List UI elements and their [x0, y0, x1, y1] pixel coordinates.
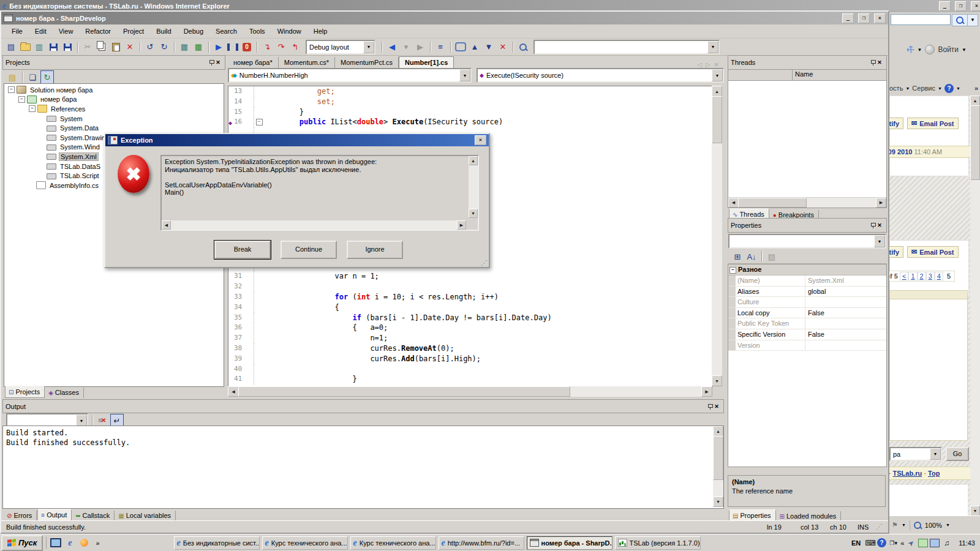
ie-close-button[interactable]: ✕ [971, 1, 980, 11]
resize-grip[interactable]: ⋰ [876, 523, 883, 531]
language-indicator[interactable]: EN [849, 539, 863, 547]
taskbar-button-tslab-версия-1-1-7-0-[interactable]: TSLab (версия 1.1.7.0) ... [615, 536, 701, 550]
taskbar-button-курс-технического-ана-[interactable]: eКурс технического ана... [262, 536, 348, 550]
editor-tab-momentum-cs-[interactable]: Momentum.cs* [279, 57, 335, 68]
menu-search[interactable]: Search [210, 26, 243, 37]
editor-hscrollbar[interactable]: ◀ ▶ [228, 386, 712, 397]
code-line[interactable]: 15 } [228, 107, 712, 118]
login-dropdown-icon[interactable]: ▼ [962, 47, 967, 53]
tree-item-system-data[interactable]: System.Data [4, 123, 224, 133]
continue-button[interactable]: Continue [281, 241, 337, 259]
step-over-icon[interactable]: ↷ [275, 41, 287, 53]
tree-item-solution-номер-бара[interactable]: −Solution номер бара [4, 85, 224, 95]
taskbar-button-номер-бара-sharpd-[interactable]: номер бара - SharpD... [527, 536, 612, 550]
run-icon[interactable]: ▶ [213, 41, 225, 53]
scroll-right-icon[interactable]: ▶ [457, 220, 466, 230]
pin-icon[interactable] [870, 59, 875, 66]
save-icon[interactable] [47, 41, 59, 53]
delete-icon[interactable]: ✕ [124, 41, 136, 53]
code-line[interactable]: 14 set; [228, 97, 712, 107]
property-pages-icon[interactable]: ▤ [766, 250, 778, 263]
ie-zoom-level[interactable]: 100% [925, 522, 942, 529]
pause-icon[interactable] [227, 41, 239, 53]
redo-icon[interactable]: ↻ [158, 41, 170, 53]
scroll-right-icon[interactable]: ▶ [701, 386, 712, 397]
cut-icon[interactable]: ✂ [81, 41, 94, 53]
volume-tray-icon[interactable]: ♫ [941, 539, 952, 547]
sd-maximize-button[interactable]: ❐ [858, 13, 870, 23]
editor-tab-номер-бара-[interactable]: номер бара* [228, 57, 279, 68]
comment-region-icon[interactable] [454, 41, 467, 53]
pin-icon[interactable] [870, 222, 875, 228]
build-icon[interactable]: ▦ [178, 41, 190, 53]
save-all-icon[interactable] [61, 41, 74, 53]
threads-name-column[interactable]: Name [793, 70, 815, 80]
code-line[interactable]: 40 [228, 364, 712, 375]
tab-errors[interactable]: ⊘Errors [4, 511, 37, 521]
build-all-icon[interactable]: ▦ [192, 41, 205, 53]
find-icon[interactable] [517, 41, 529, 53]
scroll-down-icon[interactable]: ▼ [713, 497, 723, 507]
property-row-culture[interactable]: Culture [728, 297, 886, 308]
help-tray-icon[interactable]: ? [877, 538, 886, 547]
tray-collapse-chevron[interactable]: « [900, 539, 904, 547]
exception-hscrollbar[interactable]: ◀ ▶ [162, 220, 466, 230]
break-button[interactable]: Break [214, 241, 271, 259]
menu-tools[interactable]: Tools [244, 26, 271, 37]
tab-output[interactable]: ≡Output [37, 509, 72, 521]
scroll-left-icon[interactable]: ◀ [228, 386, 239, 397]
scroll-right-icon[interactable]: ▶ [876, 198, 886, 208]
next-bookmark-icon[interactable]: ▼ [483, 41, 495, 53]
property-row-aliases[interactable]: Aliasesglobal [728, 287, 886, 298]
scroll-up-icon[interactable]: ▲ [469, 156, 478, 165]
clear-output-icon[interactable] [96, 414, 108, 427]
tree-expand-icon[interactable]: − [29, 105, 36, 112]
editor-vscrollbar[interactable]: ▲ ▼ [712, 86, 722, 386]
page-link-4[interactable]: 4 [935, 272, 943, 280]
tree-item-references[interactable]: −References [4, 104, 224, 114]
scroll-down-icon[interactable]: ▼ [469, 209, 478, 218]
property-row-public-key-token[interactable]: Public Key Token [728, 318, 886, 329]
search-combo[interactable]: ▼ [533, 40, 720, 54]
prev-bookmark-icon[interactable]: ▲ [469, 41, 481, 53]
property-row-version[interactable]: Version [728, 340, 886, 351]
stop-icon[interactable]: 0 [241, 41, 253, 53]
clear-bookmarks-icon[interactable]: ✕ [497, 41, 509, 53]
notify-button[interactable]: ⚐Notify [889, 246, 903, 258]
open-folder-icon[interactable] [19, 41, 31, 53]
code-line[interactable]: 31 var n = 1; [228, 271, 712, 282]
tab-projects[interactable]: ⊡Projects [5, 386, 45, 398]
copy-icon[interactable] [96, 41, 108, 53]
menu-view[interactable]: View [53, 26, 79, 37]
menu-build[interactable]: Build [151, 26, 176, 37]
menu-edit[interactable]: Edit [29, 26, 52, 37]
quicklaunch-chevron[interactable]: » [92, 539, 103, 547]
page-link-2[interactable]: 2 [918, 272, 926, 280]
ie-search-button[interactable] [952, 14, 968, 26]
taskbar-button-курс-технического-ана-[interactable]: eКурс технического ана... [350, 536, 436, 550]
menu-refactor[interactable]: Refactor [80, 26, 116, 37]
sd-minimize-button[interactable]: _ [842, 13, 854, 23]
add-item-icon[interactable]: ▥ [33, 41, 45, 53]
scroll-left-icon[interactable]: ◀ [728, 198, 739, 208]
page-link-3[interactable]: 3 [926, 272, 935, 280]
properties-object-combo[interactable]: ▼ [728, 234, 886, 249]
layout-tray-icon[interactable]: ❐▾ [888, 540, 899, 546]
scope-icon[interactable]: ❏ [26, 71, 39, 83]
paste-icon[interactable] [110, 41, 122, 53]
forum-jump-select[interactable]: pa ▼ [889, 447, 942, 461]
ie-minimize-button[interactable]: _ [939, 1, 951, 11]
ignore-button[interactable]: Ignore [347, 241, 403, 259]
tab-local-variables[interactable]: ▦Local variables [115, 511, 176, 521]
scrollbar-thumb[interactable] [713, 436, 723, 480]
nav-forward-icon[interactable]: ▶ [414, 41, 426, 53]
command-safety-label[interactable]: ость [889, 84, 903, 92]
tree-expand-icon[interactable]: − [8, 86, 15, 93]
keyboard-icon[interactable]: ⌨ [865, 539, 875, 547]
code-line[interactable]: 33 for (int i = 10; i < res.Length; i++) [228, 292, 712, 302]
help-icon[interactable]: ? [944, 84, 954, 93]
scroll-left-icon[interactable]: ◀ [162, 220, 171, 230]
refresh-icon[interactable]: ↻ [40, 70, 54, 84]
tree-item-номер-бара[interactable]: −номер бара [4, 95, 224, 105]
tree-item-system[interactable]: System [4, 114, 224, 124]
